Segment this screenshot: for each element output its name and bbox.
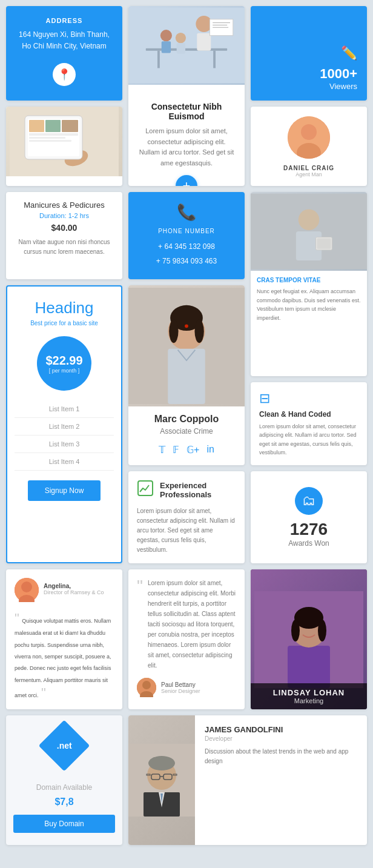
blog-title: Consectetur Nibh Euismod: [138, 102, 235, 121]
folder-icon: 🗂: [295, 487, 323, 515]
service-card: Manicures & Pedicures Duration: 1-2 hrs …: [6, 192, 122, 279]
list-item: List Item 3: [15, 436, 114, 453]
svg-point-58: [148, 756, 175, 770]
testimonial-author-role: Senior Designer: [161, 688, 200, 694]
james-name: JAMES GANDOLFINI: [205, 725, 357, 734]
daniel-role: Agent Man: [295, 171, 322, 177]
blog-card: + Consectetur Nibh Euismod Lorem ipsum d…: [128, 6, 245, 186]
professional-card: CRAS TEMPOR VITAE Nunc eget feugiat ex. …: [251, 192, 367, 376]
viewers-count: 1000+: [320, 66, 357, 82]
phone-icon: 📞: [136, 203, 237, 222]
svg-point-51: [291, 620, 300, 641]
price-circle: $22.99 [ per month ]: [37, 336, 91, 391]
svg-rect-19: [45, 120, 61, 132]
list-item: List Item 4: [15, 453, 114, 471]
testimonial-card: " Lorem ipsum dolor sit amet, consectetu…: [128, 569, 245, 709]
marc-image: [128, 285, 245, 406]
daniel-craig-card: DANIEL CRAIG Agent Man: [251, 107, 367, 186]
svg-rect-38: [168, 349, 205, 404]
svg-rect-23: [29, 140, 71, 142]
angelina-name: Angelina,: [44, 583, 104, 589]
svg-rect-20: [62, 120, 78, 132]
testimonial-quote-icon: ": [137, 578, 143, 595]
address-text: 164 Nguyen Xi, Binh Thanh, Ho Chi Minh C…: [13, 29, 115, 52]
svg-point-8: [176, 33, 186, 43]
phone-number1: + 64 345 132 098: [136, 239, 237, 254]
angelina-avatar: [15, 578, 39, 602]
svg-point-39: [185, 325, 188, 328]
svg-rect-18: [29, 120, 44, 132]
awards-card: 🗂 1276 Awards Won: [251, 471, 367, 563]
svg-rect-3: [213, 51, 216, 68]
tablet-image: [6, 107, 122, 176]
vita-link: CRAS TEMPOR VITAE: [257, 277, 361, 283]
svg-point-52: [318, 620, 326, 641]
buy-domain-button[interactable]: Buy Domain: [13, 815, 115, 833]
experienced-desc: Lorem ipsum dolor sit amet, consectetur …: [137, 506, 236, 555]
testimonial-text: Lorem ipsum dolor sit amet, consectetur …: [148, 578, 236, 671]
blog-image: [128, 6, 245, 85]
svg-rect-22: [29, 137, 65, 139]
clean-card: ⊟ Clean & Hand Coded Lorem ipsum dolor s…: [251, 382, 367, 466]
viewers-label: Viewers: [329, 82, 357, 91]
open-quote-icon: ": [15, 611, 19, 626]
price-per: [ per month ]: [49, 368, 80, 374]
svg-rect-1: [146, 48, 227, 51]
price-amount: $22.99: [45, 354, 82, 368]
facebook-icon[interactable]: 𝔽: [173, 444, 179, 456]
code-icon: ⊟: [259, 391, 358, 406]
svg-point-36: [169, 320, 178, 343]
svg-rect-32: [251, 194, 367, 270]
pricing-card: Heading Best price for a basic site $22.…: [6, 285, 122, 563]
svg-rect-2: [157, 51, 160, 68]
vita-desc: Nunc eget feugiat ex. Aliquam accumsan c…: [257, 287, 361, 322]
domain-label: Domain Available: [13, 783, 115, 792]
experienced-card: Experienced Professionals Lorem ipsum do…: [128, 471, 245, 563]
svg-point-6: [160, 30, 172, 41]
james-desc: Discussion about the latest trends in th…: [205, 747, 357, 766]
pricing-list: List Item 1 List Item 2 List Item 3 List…: [15, 400, 114, 471]
svg-point-25: [301, 124, 317, 140]
james-image: [128, 715, 195, 845]
phone-card: 📞 PHONE NUMBER + 64 345 132 098 + 75 983…: [128, 192, 245, 279]
svg-rect-40: [138, 481, 153, 495]
testimonial-author-name: Paul Bettany: [161, 681, 200, 688]
linkedin-icon[interactable]: in: [206, 444, 214, 456]
awards-number: 1276: [290, 520, 328, 539]
service-price: $40.00: [15, 223, 114, 233]
paul-avatar: [137, 678, 156, 697]
experienced-title: Experienced Professionals: [160, 481, 236, 499]
lindsay-card: LINDSAY LOHAN Marketing: [251, 569, 367, 709]
phone-label: PHONE NUMBER: [136, 228, 237, 234]
james-card: JAMES GANDOLFINI Developer Discussion ab…: [128, 715, 367, 845]
svg-rect-7: [162, 41, 171, 53]
domain-ext: .net: [57, 741, 72, 750]
daniel-name: DANIEL CRAIG: [283, 165, 334, 171]
lindsay-overlay: LINDSAY LOHAN Marketing: [251, 683, 367, 709]
quote-text: Quisque volutpat mattis eros. Nullam mal…: [15, 618, 111, 698]
lindsay-image: LINDSAY LOHAN Marketing: [251, 569, 367, 709]
professional-image: [251, 192, 367, 271]
address-card: ADDRESS 164 Nguyen Xi, Binh Thanh, Ho Ch…: [6, 6, 122, 101]
svg-rect-9: [177, 43, 185, 53]
svg-rect-48: [288, 646, 330, 688]
signup-button[interactable]: Signup Now: [28, 480, 101, 501]
blog-body: Lorem ipsum dolor sit amet, consectetur …: [138, 126, 235, 168]
lindsay-role: Marketing: [257, 697, 361, 704]
pencil-icon: ✏️: [341, 45, 357, 61]
google-plus-icon[interactable]: 𝔾+: [187, 444, 199, 456]
close-quote-icon: ": [41, 685, 46, 700]
svg-rect-21: [29, 133, 78, 136]
service-desc: Nam vitae augue non nisi rhoncus cursus …: [15, 237, 114, 257]
list-item: List Item 2: [15, 418, 114, 436]
svg-point-37: [194, 320, 203, 343]
twitter-icon[interactable]: 𝕋: [159, 444, 165, 456]
pin-icon: 📍: [53, 63, 76, 86]
svg-point-42: [21, 581, 32, 592]
svg-rect-5: [197, 33, 211, 51]
chart-icon: [137, 480, 154, 500]
domain-price: $7,8: [13, 797, 115, 807]
quote-card: Angelina, Director of Ramsey & Co " Quis…: [6, 569, 122, 709]
pricing-heading: Heading: [15, 299, 114, 317]
james-title: Developer: [205, 735, 357, 742]
